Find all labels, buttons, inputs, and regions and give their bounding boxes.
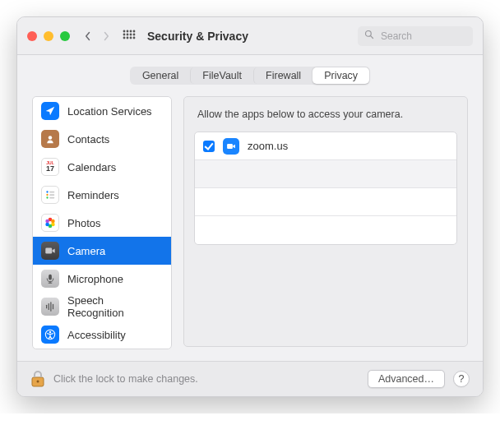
search-icon — [364, 30, 374, 42]
svg-point-37 — [37, 381, 39, 383]
svg-rect-18 — [49, 194, 54, 196]
sidebar-item-calendars[interactable]: JUL17 Calendars — [33, 153, 171, 181]
svg-point-14 — [49, 136, 53, 140]
zoom-icon[interactable] — [60, 31, 70, 41]
sidebar-item-label: Accessibility — [67, 329, 126, 341]
help-button[interactable]: ? — [453, 371, 470, 387]
svg-point-9 — [127, 36, 129, 39]
camera-icon — [41, 242, 59, 260]
window-title: Security & Privacy — [147, 30, 248, 43]
svg-point-10 — [130, 36, 132, 39]
sidebar-item-camera[interactable]: Camera — [33, 237, 171, 265]
svg-point-17 — [46, 194, 48, 196]
speech-recognition-icon — [41, 298, 59, 316]
microphone-icon — [41, 270, 59, 288]
sidebar-item-contacts[interactable]: Contacts — [33, 125, 171, 153]
svg-point-8 — [123, 36, 126, 39]
sidebar-item-label: Calendars — [67, 161, 116, 173]
location-icon — [41, 102, 59, 120]
reminders-icon — [41, 186, 59, 204]
minimize-icon[interactable] — [44, 31, 53, 41]
app-row-empty — [195, 216, 456, 244]
show-all-icon[interactable] — [123, 30, 136, 43]
app-name: zoom.us — [248, 140, 288, 152]
content-area: Location Services Contacts JUL17 Calenda… — [17, 91, 483, 361]
svg-rect-35 — [227, 144, 233, 149]
pane-description: Allow the apps below to access your came… — [197, 109, 454, 120]
svg-point-6 — [130, 33, 132, 35]
sidebar-item-location-services[interactable]: Location Services — [33, 97, 171, 125]
sidebar-item-label: Contacts — [67, 133, 109, 145]
svg-point-11 — [133, 36, 136, 39]
sidebar-item-label: Microphone — [67, 273, 123, 285]
checkbox-icon[interactable] — [203, 141, 215, 152]
svg-point-7 — [133, 33, 136, 35]
svg-point-15 — [46, 191, 48, 192]
search-input[interactable] — [379, 30, 466, 43]
lock-text: Click the lock to make changes. — [53, 373, 198, 385]
svg-point-34 — [49, 331, 51, 333]
svg-rect-28 — [49, 275, 52, 280]
sidebar-item-label: Photos — [67, 217, 100, 229]
svg-point-2 — [130, 30, 132, 32]
svg-point-0 — [123, 30, 126, 32]
accessibility-icon — [41, 326, 59, 344]
tab-privacy[interactable]: Privacy — [312, 67, 369, 84]
svg-point-25 — [45, 223, 49, 227]
svg-line-13 — [371, 36, 373, 39]
close-icon[interactable] — [27, 31, 37, 41]
sidebar-item-label: Location Services — [67, 105, 152, 118]
sidebar-item-accessibility[interactable]: Accessibility — [33, 321, 171, 349]
svg-point-5 — [127, 33, 129, 35]
svg-point-19 — [46, 196, 48, 198]
svg-point-22 — [51, 219, 55, 224]
app-row[interactable]: zoom.us — [195, 132, 456, 160]
lock-icon[interactable] — [30, 370, 45, 388]
svg-rect-20 — [49, 197, 54, 199]
app-row-empty — [195, 160, 456, 188]
sidebar-item-label: Camera — [67, 245, 105, 257]
contacts-icon — [41, 130, 59, 148]
photos-icon — [41, 214, 59, 232]
titlebar: Security & Privacy — [17, 17, 483, 55]
svg-point-4 — [123, 33, 126, 35]
tab-general[interactable]: General — [131, 67, 190, 84]
permissions-pane: Allow the apps below to access your came… — [183, 96, 468, 347]
tab-filevault[interactable]: FileVault — [190, 67, 253, 84]
tab-firewall[interactable]: Firewall — [253, 67, 312, 84]
svg-point-3 — [133, 30, 136, 32]
svg-rect-16 — [49, 192, 54, 193]
segmented-control: General FileVault Firewall Privacy — [130, 67, 370, 85]
forward-button[interactable] — [101, 31, 111, 41]
search-field[interactable] — [358, 26, 473, 46]
nav-arrows — [83, 31, 111, 41]
preferences-window: Security & Privacy General FileVault Fir… — [16, 16, 484, 397]
traffic-lights — [27, 31, 70, 41]
app-row-empty — [195, 188, 456, 216]
svg-rect-27 — [45, 248, 52, 254]
svg-point-1 — [127, 30, 129, 32]
zoom-app-icon — [223, 138, 239, 155]
sidebar-item-reminders[interactable]: Reminders — [33, 181, 171, 209]
sidebar-item-label: Reminders — [67, 189, 119, 201]
advanced-button[interactable]: Advanced… — [368, 370, 445, 388]
sidebar-item-photos[interactable]: Photos — [33, 209, 171, 237]
back-button[interactable] — [83, 31, 93, 41]
sidebar-item-microphone[interactable]: Microphone — [33, 265, 171, 293]
svg-point-26 — [45, 219, 49, 224]
tab-strip: General FileVault Firewall Privacy — [17, 55, 483, 91]
privacy-sidebar[interactable]: Location Services Contacts JUL17 Calenda… — [32, 96, 172, 349]
footer: Click the lock to make changes. Advanced… — [17, 361, 483, 396]
sidebar-item-speech-recognition[interactable]: Speech Recognition — [33, 293, 171, 321]
calendar-icon: JUL17 — [41, 158, 59, 176]
apps-list[interactable]: zoom.us — [194, 132, 457, 245]
sidebar-item-label: Speech Recognition — [67, 294, 163, 319]
